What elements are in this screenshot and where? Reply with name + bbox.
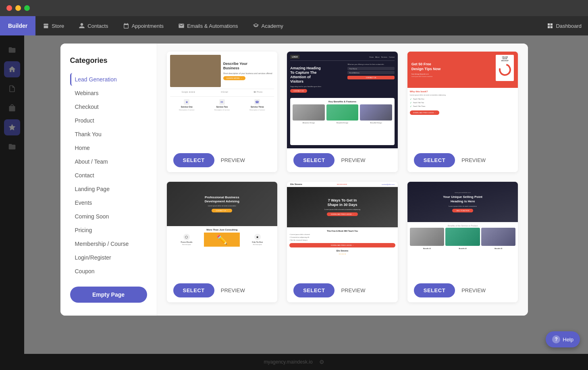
nav-item-contacts[interactable]: Contacts (71, 16, 115, 35)
nav-dashboard[interactable]: Dashboard (547, 23, 582, 29)
template-preview-1: Describe YourBusiness Short description … (167, 52, 278, 148)
preview-link-1[interactable]: PREVIEW (221, 157, 245, 163)
template-actions-3: SELECT PREVIEW (407, 148, 518, 172)
template-preview-2: LOGO HomeAboutServicesContact Amazing He… (287, 52, 398, 148)
preview-link-5[interactable]: PREVIEW (341, 287, 365, 293)
templates-grid: Describe YourBusiness Short description … (167, 52, 518, 302)
category-item-home[interactable]: Home (70, 141, 147, 154)
nav-label-store: Store (52, 23, 64, 29)
nav-label-appointments: Appointments (132, 23, 164, 29)
categories-title: Categories (70, 56, 147, 65)
nav-item-academy[interactable]: Academy (245, 16, 291, 35)
category-item-landing-page[interactable]: Landing Page (70, 183, 147, 195)
category-item-product[interactable]: Product (70, 114, 147, 127)
template-card-3: Get 50 FreeDesign Tips Now learndesign@g… (407, 52, 518, 172)
select-button-3[interactable]: SELECT (414, 153, 455, 167)
svg-rect-3 (189, 72, 197, 73)
category-item-webinars[interactable]: Webinars (70, 87, 147, 100)
category-item-coming-soon[interactable]: Coming Soon (70, 210, 147, 223)
svg-rect-0 (187, 63, 204, 79)
category-item-login[interactable]: Login/Register (70, 251, 147, 264)
nav-item-appointments[interactable]: Appointments (116, 16, 171, 35)
category-item-lead-gen[interactable]: Lead Generation (70, 73, 147, 86)
empty-page-button[interactable]: Empty Page (70, 287, 147, 303)
nav-right: Dashboard (547, 23, 588, 29)
category-item-contact[interactable]: Contact (70, 169, 147, 182)
category-item-membership[interactable]: Membership / Course (70, 237, 147, 250)
categories-sidebar: Categories Lead Generation Webinars Chec… (60, 44, 157, 316)
main-layout: Categories Lead Generation Webinars Chec… (0, 35, 588, 370)
nav-brand[interactable]: Builder (0, 16, 35, 35)
template-actions-6: SELECT PREVIEW (407, 279, 518, 302)
nav-label-academy: Academy (262, 23, 283, 29)
template-preview-4: Professional BusinessDevelopment Advisin… (167, 182, 278, 279)
template-actions-2: SELECT PREVIEW (287, 148, 398, 172)
svg-rect-1 (189, 67, 202, 69)
select-button-5[interactable]: SELECT (293, 283, 335, 297)
template-card-1: Describe YourBusiness Short description … (167, 52, 278, 172)
nav-item-emails[interactable]: Emails & Automations (171, 16, 245, 35)
minimize-button[interactable] (15, 5, 21, 11)
templates-area: Describe YourBusiness Short description … (157, 44, 528, 316)
template-preview-6: www.yourwebsite.com Your Unique Selling … (407, 182, 518, 279)
template-preview-3: Get 50 FreeDesign Tips Now learndesign@g… (407, 52, 518, 148)
traffic-lights (6, 5, 30, 11)
nav-label-contacts: Contacts (87, 23, 108, 29)
template-actions-4: SELECT PREVIEW (167, 279, 278, 302)
nav-item-store[interactable]: Store (35, 16, 71, 35)
title-bar (0, 0, 588, 16)
close-button[interactable] (6, 5, 12, 11)
nav-dashboard-label: Dashboard (556, 23, 582, 29)
template-actions-5: SELECT PREVIEW (287, 279, 398, 302)
select-button-2[interactable]: SELECT (293, 153, 335, 167)
template-preview-5: Elio Stevens 000-000-0000 contact@elio.c… (287, 182, 398, 279)
preview-link-2[interactable]: PREVIEW (341, 157, 365, 163)
category-item-checkout[interactable]: Checkout (70, 100, 147, 113)
preview-link-4[interactable]: PREVIEW (221, 287, 245, 293)
template-card-4: Professional BusinessDevelopment Advisin… (167, 182, 278, 302)
category-item-coupon[interactable]: Coupon (70, 265, 147, 278)
select-button-6[interactable]: SELECT (414, 283, 455, 297)
category-item-events[interactable]: Events (70, 196, 147, 209)
modal: Categories Lead Generation Webinars Chec… (60, 44, 528, 316)
modal-overlay: Categories Lead Generation Webinars Chec… (0, 35, 588, 370)
nav-label-emails: Emails & Automations (187, 23, 238, 29)
category-item-thank-you[interactable]: Thank You (70, 128, 147, 141)
template-card-2: LOGO HomeAboutServicesContact Amazing He… (287, 52, 398, 172)
top-nav: Builder Store Contacts Appointments Emai… (0, 16, 588, 35)
help-icon: ? (552, 335, 560, 343)
help-button[interactable]: ? Help (546, 331, 580, 347)
template-card-6: www.yourwebsite.com Your Unique Selling … (407, 182, 518, 302)
nav-items: Store Contacts Appointments Emails & Aut… (35, 16, 547, 35)
template-card-5: Elio Stevens 000-000-0000 contact@elio.c… (287, 182, 398, 302)
select-button-1[interactable]: SELECT (173, 153, 214, 167)
svg-rect-2 (189, 70, 199, 71)
help-label: Help (563, 337, 573, 343)
preview-link-3[interactable]: PREVIEW (461, 157, 486, 163)
select-button-4[interactable]: SELECT (173, 283, 214, 297)
category-item-about-team[interactable]: About / Team (70, 155, 147, 168)
nav-brand-label: Builder (8, 23, 27, 29)
maximize-button[interactable] (24, 5, 30, 11)
category-item-pricing[interactable]: Pricing (70, 224, 147, 237)
preview-link-6[interactable]: PREVIEW (461, 287, 486, 293)
template-actions-1: SELECT PREVIEW (167, 148, 278, 172)
